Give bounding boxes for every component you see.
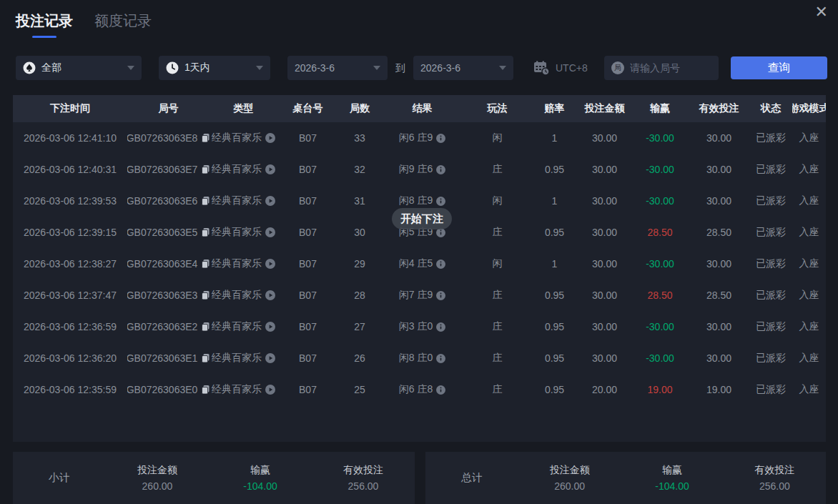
valid-bet-cell: 28.50	[689, 290, 749, 301]
winloss-cell: 19.00	[631, 384, 689, 395]
info-icon[interactable]	[436, 322, 445, 332]
round-number-icon: 局	[611, 61, 624, 74]
game-mode-cell: 入座	[792, 163, 826, 176]
status-cell: 已派彩	[749, 163, 792, 176]
winloss-cell: -30.00	[631, 132, 689, 144]
status-cell: 已派彩	[749, 194, 792, 207]
info-icon[interactable]	[436, 197, 445, 206]
play-video-icon[interactable]	[265, 290, 275, 300]
copy-icon[interactable]	[201, 164, 210, 174]
info-icon[interactable]	[436, 385, 445, 395]
round-count-cell: 26	[338, 352, 381, 364]
table-header-row: 下注时间局号类型桌台号局数结果玩法赔率投注金额输赢有效投注状态游戏模式	[13, 95, 826, 122]
winloss-cell: -30.00	[631, 164, 689, 175]
play-type-cell: 庄	[463, 163, 531, 176]
result-cell: 闲8 庄9	[381, 194, 463, 207]
copy-icon[interactable]	[201, 322, 210, 332]
tab-bet-records[interactable]: 投注记录	[16, 11, 73, 38]
bet-amount-cell: 30.00	[578, 352, 631, 364]
play-type-cell: 庄	[463, 383, 531, 396]
round-count-cell: 28	[338, 290, 381, 301]
date-to-select[interactable]: 2026-3-6	[413, 56, 513, 80]
odds-cell: 1	[531, 195, 578, 207]
valid-bet-cell: 30.00	[689, 132, 749, 144]
table-row: 2026-03-06 12:35:59 GB07263063E0 经典百家乐 B…	[13, 374, 826, 405]
column-header: 赔率	[531, 102, 578, 115]
column-header: 输赢	[631, 102, 689, 115]
total-valid-bet: 有效投注 256.00	[724, 464, 826, 492]
query-button[interactable]: 查询	[731, 56, 827, 79]
round-count-cell: 31	[338, 195, 381, 207]
status-cell: 已派彩	[749, 132, 792, 144]
play-type-cell: 闲	[463, 194, 531, 207]
close-icon[interactable]: ✕	[815, 4, 828, 20]
info-icon[interactable]	[436, 291, 445, 300]
table-row: 2026-03-06 12:41:10 GB07263063E8 经典百家乐 B…	[13, 122, 826, 154]
bet-time-cell: 2026-03-06 12:35:59	[13, 384, 127, 395]
copy-icon[interactable]	[201, 353, 210, 363]
table-row: 2026-03-06 12:36:20 GB07263063E1 经典百家乐 B…	[13, 342, 826, 374]
status-cell: 已派彩	[749, 226, 792, 239]
play-video-icon[interactable]	[265, 227, 275, 237]
status-cell: 已派彩	[749, 289, 792, 302]
round-number-field[interactable]: 局	[604, 56, 719, 80]
info-icon[interactable]	[436, 134, 445, 143]
odds-cell: 0.95	[531, 352, 578, 364]
game-type-select[interactable]: 全部	[16, 56, 142, 80]
play-video-icon[interactable]	[265, 322, 275, 332]
play-video-icon[interactable]	[265, 385, 275, 395]
play-type-cell: 闲	[463, 132, 531, 144]
column-header: 桌台号	[277, 102, 338, 115]
game-type-cell: 经典百家乐	[210, 163, 277, 176]
info-icon[interactable]	[436, 165, 445, 174]
play-video-icon[interactable]	[265, 164, 275, 174]
bet-records-dialog: 投注记录 额度记录 ✕ 全部 1天内 2026-3-6 到 2026-3-6	[0, 0, 838, 504]
bet-amount-cell: 30.00	[578, 290, 631, 301]
round-id-cell: GB07263063E6	[127, 195, 210, 207]
table-number-cell: B07	[277, 195, 338, 207]
subtotal-label: 小计	[13, 471, 106, 485]
valid-bet-cell: 30.00	[689, 164, 749, 175]
column-header: 结果	[381, 102, 463, 115]
valid-bet-cell: 30.00	[689, 195, 749, 207]
play-type-cell: 庄	[463, 289, 531, 302]
status-cell: 已派彩	[749, 383, 792, 396]
play-video-icon[interactable]	[265, 196, 275, 206]
result-cell: 闲8 庄0	[381, 352, 463, 365]
subtotal-panel: 小计 投注金额 260.00 输赢 -104.00 有效投注 256.00	[13, 452, 415, 504]
spade-icon	[23, 61, 36, 74]
odds-cell: 0.95	[531, 384, 578, 395]
calendar-clock-icon	[533, 60, 550, 76]
info-icon[interactable]	[436, 354, 445, 363]
copy-icon[interactable]	[201, 196, 210, 206]
round-id-cell: GB07263063E3	[127, 290, 210, 301]
bet-time-cell: 2026-03-06 12:40:31	[13, 164, 127, 175]
status-cell: 已派彩	[749, 320, 792, 333]
winloss-cell: -30.00	[631, 258, 689, 270]
copy-icon[interactable]	[201, 259, 210, 269]
play-video-icon[interactable]	[265, 353, 275, 363]
copy-icon[interactable]	[201, 133, 210, 143]
result-cell: 闲4 庄5	[381, 257, 463, 270]
play-video-icon[interactable]	[265, 259, 275, 269]
table-body: 2026-03-06 12:41:10 GB07263063E8 经典百家乐 B…	[13, 122, 826, 442]
date-from-value: 2026-3-6	[295, 62, 335, 74]
bet-records-table: 下注时间局号类型桌台号局数结果玩法赔率投注金额输赢有效投注状态游戏模式 2026…	[13, 95, 826, 442]
tab-quota-records[interactable]: 额度记录	[94, 11, 152, 38]
valid-bet-cell: 30.00	[689, 321, 749, 332]
date-from-select[interactable]: 2026-3-6	[287, 56, 388, 80]
copy-icon[interactable]	[201, 385, 210, 395]
info-icon[interactable]	[436, 260, 445, 269]
copy-icon[interactable]	[201, 227, 210, 237]
bet-amount-cell: 30.00	[578, 195, 631, 207]
copy-icon[interactable]	[201, 290, 210, 300]
result-cell: 闲6 庄9	[381, 132, 463, 144]
time-range-select[interactable]: 1天内	[159, 56, 270, 80]
round-id-cell: GB07263063E8	[127, 132, 210, 144]
round-number-input[interactable]	[630, 62, 709, 74]
round-count-cell: 30	[338, 227, 381, 238]
result-cell: 闲6 庄8	[381, 383, 463, 396]
table-row: 2026-03-06 12:40:31 GB07263063E7 经典百家乐 B…	[13, 154, 826, 185]
play-video-icon[interactable]	[265, 133, 275, 143]
round-count-cell: 33	[338, 132, 381, 144]
